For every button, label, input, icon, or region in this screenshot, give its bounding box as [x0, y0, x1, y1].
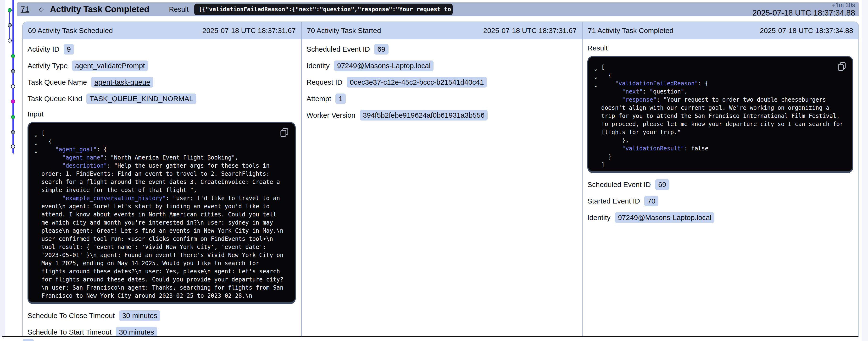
timeline-dot-completed[interactable]	[11, 54, 15, 58]
timeline-dot-scheduled[interactable]	[11, 84, 15, 89]
timeline-dot-started[interactable]	[11, 130, 15, 134]
field-label: Activity Type	[28, 62, 68, 70]
copy-icon[interactable]	[837, 62, 846, 71]
input-label: Input	[28, 110, 296, 118]
event-id-link[interactable]: 71	[21, 5, 29, 14]
field-value-badge: 9	[64, 44, 74, 55]
field-value-badge: 30 minutes	[116, 327, 157, 337]
field-value-badge: 70	[644, 196, 658, 206]
result-json[interactable]: [ { "validationFailedReason": { "next": …	[601, 63, 843, 169]
collapse-chevron-icon[interactable]: ⌄	[593, 74, 599, 80]
collapse-chevron-icon[interactable]: ⌄	[593, 82, 599, 89]
activity-diamond-icon: ◇	[39, 6, 44, 13]
bottom-mask	[0, 337, 868, 341]
field-label: Activity ID	[28, 45, 59, 53]
collapse-chevron-icon[interactable]: ⌄	[33, 132, 39, 138]
field-row: Identity 97249@Masons-Laptop.local	[307, 61, 577, 71]
header-activity-task-started: 70 Activity Task Started 2025-07-18 UTC …	[302, 22, 583, 39]
event-title: Activity Task Completed	[50, 4, 149, 14]
header-activity-task-completed: 71 Activity Task Completed 2025-07-18 UT…	[583, 22, 859, 39]
input-json[interactable]: [ { "agent_goal": { "agent_name": "North…	[41, 129, 283, 300]
event-timestamp: 2025-07-18 UTC 18:37:34.88	[752, 9, 855, 17]
field-value-badge: 394f5b2febe919624af0b61931a3b556	[360, 110, 488, 121]
field-row: Started Event ID 70	[587, 196, 853, 206]
event-group-card: 69 Activity Task Scheduled 2025-07-18 UT…	[22, 22, 859, 341]
panel-timestamp: 2025-07-18 UTC 18:37:31.67	[483, 27, 577, 35]
next-row-partial-badge	[23, 339, 34, 341]
field-label: Scheduled Event ID	[307, 45, 370, 53]
panel-title: 70 Activity Task Started	[307, 27, 381, 35]
panel-timestamp: 2025-07-18 UTC 18:37:34.88	[760, 27, 853, 35]
timeline-dot-marker[interactable]	[11, 100, 15, 104]
field-value-badge: 69	[655, 179, 669, 190]
field-row: Request ID 0cec3e37-c12e-45c2-bccc-b2154…	[307, 77, 577, 88]
field-row: Schedule To Close Timeout 30 minutes	[28, 310, 296, 321]
field-value-badge: TASK_QUEUE_KIND_NORMAL	[86, 94, 196, 104]
field-label: Schedule To Start Timeout	[28, 328, 112, 336]
field-value-badge: 97249@Masons-Laptop.local	[615, 212, 715, 223]
result-code-block: ⌄ ⌄ ⌄ [ { "validationFailedReason": { "n…	[587, 56, 853, 173]
collapse-chevron-icon[interactable]: ⌄	[593, 66, 599, 72]
field-value-badge: 97249@Masons-Laptop.local	[334, 61, 434, 71]
field-label: Schedule To Close Timeout	[28, 312, 115, 320]
field-row: Activity Type agent_validatePrompt	[28, 61, 296, 71]
field-label: Task Queue Kind	[28, 95, 82, 103]
field-value-badge: 30 minutes	[119, 310, 160, 321]
field-row: Scheduled Event ID 69	[307, 44, 577, 55]
field-label: Request ID	[307, 78, 342, 86]
timeline-dot-started[interactable]	[8, 23, 12, 27]
task-queue-link[interactable]: agent-task-queue	[91, 77, 153, 88]
panel-timestamp: 2025-07-18 UTC 18:37:31.67	[203, 27, 296, 35]
left-gutter	[0, 0, 5, 341]
field-row: Worker Version 394f5b2febe919624af0b6193…	[307, 110, 577, 121]
field-row: Task Queue Name agent-task-queue	[28, 77, 296, 88]
input-code-block: ⌄ ⌄ ⌄ [ { "agent_goal": { "agent_name": …	[28, 122, 296, 304]
timeline-dot-completed[interactable]	[8, 8, 12, 12]
event-time-group: +1m 30s 2025-07-18 UTC 18:37:34.88	[752, 2, 855, 17]
panel-activity-task-completed: Result ⌄ ⌄ ⌄ [ { "validationFailedReason…	[583, 39, 859, 341]
field-label: Identity	[307, 62, 330, 70]
field-row: Attempt 1	[307, 94, 577, 104]
field-row: Identity 97249@Masons-Laptop.local	[587, 212, 853, 223]
event-summary-row[interactable]: 71 ◇ Activity Task Completed Result [{"v…	[17, 2, 859, 16]
collapse-chevron-icon[interactable]: ⌄	[33, 148, 39, 155]
result-preview-pill[interactable]: [{"validationFailedReason":{"next":"ques…	[194, 4, 453, 15]
timeline-dot-scheduled[interactable]	[8, 38, 12, 42]
collapse-chevron-icon[interactable]: ⌄	[33, 140, 39, 146]
panel-activity-task-started: Scheduled Event ID 69 Identity 97249@Mas…	[302, 39, 583, 341]
field-row: Activity ID 9	[28, 44, 296, 55]
field-label: Scheduled Event ID	[587, 180, 651, 189]
copy-icon[interactable]	[280, 128, 289, 137]
field-row: Scheduled Event ID 69	[587, 179, 853, 190]
field-value-badge: 1	[335, 94, 346, 104]
field-label: Identity	[587, 213, 611, 222]
timeline-dot-started[interactable]	[11, 69, 15, 73]
field-row: Schedule To Start Timeout 30 minutes	[28, 327, 296, 337]
result-label: Result	[587, 44, 853, 52]
card-header: 69 Activity Task Scheduled 2025-07-18 UT…	[23, 22, 859, 39]
card-body: Activity ID 9 Activity Type agent_valida…	[23, 39, 859, 341]
field-row: Task Queue Kind TASK_QUEUE_KIND_NORMAL	[28, 94, 296, 104]
panel-title: 71 Activity Task Completed	[588, 27, 674, 35]
header-activity-task-scheduled: 69 Activity Task Scheduled 2025-07-18 UT…	[23, 22, 302, 39]
field-value-badge: agent_validatePrompt	[72, 61, 148, 71]
field-label: Task Queue Name	[28, 78, 87, 86]
panel-activity-task-scheduled: Activity ID 9 Activity Type agent_valida…	[23, 39, 302, 341]
field-label: Worker Version	[307, 111, 355, 119]
field-value-badge: 0cec3e37-c12e-45c2-bccc-b21541d40c41	[347, 77, 487, 88]
timeline-dot-scheduled[interactable]	[11, 144, 15, 148]
page-background-strip	[862, 0, 868, 341]
result-label: Result	[169, 5, 189, 13]
timeline-dot-completed[interactable]	[11, 115, 15, 119]
field-value-badge: 69	[374, 44, 388, 55]
field-label: Started Event ID	[587, 197, 640, 205]
panel-title: 69 Activity Task Scheduled	[28, 27, 113, 35]
field-label: Attempt	[307, 95, 331, 103]
elapsed-time: +1m 30s	[752, 2, 855, 8]
